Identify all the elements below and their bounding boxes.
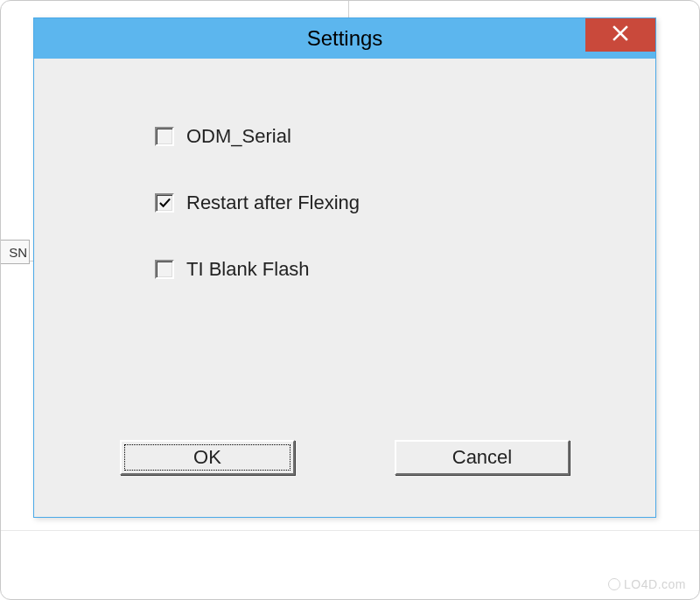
checkbox-odm-serial[interactable] xyxy=(155,127,174,146)
label-restart-after-flexing: Restart after Flexing xyxy=(186,192,360,214)
watermark-text: LO4D.com xyxy=(624,577,686,591)
close-icon xyxy=(612,25,628,45)
option-restart-after-flexing: Restart after Flexing xyxy=(155,192,648,214)
checkbox-ti-blank-flash[interactable] xyxy=(155,260,174,279)
ok-button[interactable]: OK xyxy=(120,440,295,475)
watermark: LO4D.com xyxy=(608,577,686,591)
dialog-titlebar[interactable]: Settings xyxy=(34,18,655,59)
close-button[interactable] xyxy=(585,18,655,52)
watermark-icon xyxy=(608,578,620,590)
option-ti-blank-flash: TI Blank Flash xyxy=(155,258,648,281)
option-odm-serial: ODM_Serial xyxy=(155,125,648,148)
dialog-body: ODM_Serial Restart after Flexing TI Blan… xyxy=(41,59,648,510)
label-ti-blank-flash: TI Blank Flash xyxy=(186,258,310,281)
grid-line-horizontal-bottom xyxy=(0,530,700,531)
options-group: ODM_Serial Restart after Flexing TI Blan… xyxy=(155,125,648,281)
settings-dialog: Settings ODM_Serial xyxy=(33,17,656,518)
checkbox-restart-after-flexing[interactable] xyxy=(155,193,174,213)
dialog-title: Settings xyxy=(307,26,383,51)
cancel-button[interactable]: Cancel xyxy=(395,440,570,475)
label-odm-serial: ODM_Serial xyxy=(186,125,291,148)
checkmark-icon xyxy=(158,197,172,209)
background-cell-label: SN xyxy=(0,240,30,264)
button-row: OK Cancel xyxy=(120,440,570,475)
